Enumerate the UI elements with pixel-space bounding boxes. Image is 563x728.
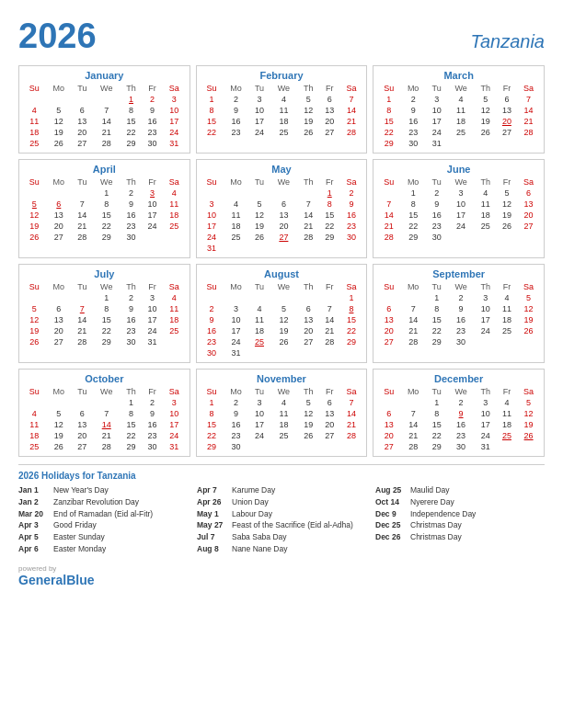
cal-day: 9 — [400, 105, 426, 116]
cal-day: 18 — [223, 221, 248, 232]
cal-day: 8 — [201, 105, 224, 116]
cal-day: 24 — [163, 430, 186, 441]
cal-day — [249, 292, 270, 303]
month-block-october: OctoberSuMoTuWeThFrSa1234567891011121314… — [18, 369, 190, 457]
cal-day: 24 — [201, 232, 224, 243]
cal-day: 5 — [46, 105, 72, 116]
cal-day: 19 — [297, 419, 319, 430]
cal-day: 11 — [163, 199, 186, 210]
cal-day: 29 — [426, 441, 447, 452]
cal-day: 4 — [163, 188, 186, 199]
cal-day: 18 — [447, 116, 475, 127]
page: 2026 Tanzania JanuarySuMoTuWeThFrSa12345… — [0, 0, 563, 600]
cal-day — [319, 292, 340, 303]
cal-day: 28 — [72, 336, 93, 347]
holiday-item: Apr 3Good Friday — [18, 519, 188, 531]
cal-day: 13 — [72, 116, 93, 127]
cal-day: 21 — [517, 116, 540, 127]
holiday-name: Maulid Day — [410, 485, 450, 495]
cal-day — [377, 397, 400, 408]
holiday-date: May 1 — [197, 508, 232, 520]
cal-day: 29 — [319, 232, 340, 243]
month-block-february: FebruarySuMoTuWeThFrSa123456789101112131… — [196, 65, 368, 154]
cal-day: 9 — [223, 408, 248, 419]
cal-day: 13 — [297, 314, 319, 325]
month-block-august: AugustSuMoTuWeThFrSa12345678910111213141… — [196, 264, 368, 363]
cal-day: 29 — [400, 232, 426, 243]
cal-day: 25 — [163, 221, 186, 232]
cal-day: 21 — [93, 430, 121, 441]
cal-day — [163, 232, 186, 243]
cal-day: 6 — [319, 397, 340, 408]
cal-day: 25 — [497, 430, 518, 441]
holiday-column: Jan 1New Year's DayJan 2Zanzibar Revolut… — [18, 484, 188, 555]
cal-day: 12 — [297, 105, 319, 116]
cal-day — [270, 347, 297, 358]
holidays-section: 2026 Holidays for Tanzania Jan 1New Year… — [18, 464, 545, 555]
cal-day: 10 — [426, 105, 447, 116]
cal-day: 20 — [72, 430, 93, 441]
cal-day — [93, 397, 121, 408]
cal-day — [270, 441, 297, 452]
cal-day: 11 — [447, 105, 475, 116]
cal-day: 10 — [475, 408, 497, 419]
month-block-may: MaySuMoTuWeThFrSa12345678910111213141516… — [196, 159, 368, 258]
cal-day: 24 — [475, 325, 497, 336]
cal-day: 12 — [46, 116, 72, 127]
cal-day: 29 — [340, 336, 363, 347]
cal-day — [517, 232, 540, 243]
calendars-grid: JanuarySuMoTuWeThFrSa1234567891011121314… — [18, 65, 545, 457]
cal-day: 14 — [72, 210, 93, 221]
cal-day: 20 — [72, 127, 93, 138]
cal-day: 1 — [426, 397, 447, 408]
holiday-name: Christmas Day — [410, 532, 462, 541]
cal-day: 30 — [223, 441, 248, 452]
cal-day: 7 — [377, 199, 400, 210]
cal-day: 8 — [426, 303, 447, 314]
cal-day — [497, 441, 518, 452]
cal-day: 11 — [497, 408, 518, 419]
cal-day: 1 — [377, 94, 400, 105]
cal-day: 15 — [340, 314, 363, 325]
cal-day: 27 — [497, 127, 518, 138]
cal-day: 14 — [72, 314, 93, 325]
cal-day: 23 — [142, 430, 163, 441]
cal-day — [319, 347, 340, 358]
holiday-date: Jul 7 — [197, 531, 232, 543]
cal-day: 3 — [426, 94, 447, 105]
cal-day: 3 — [447, 188, 475, 199]
cal-day: 3 — [142, 292, 163, 303]
cal-day: 26 — [270, 336, 297, 347]
cal-day — [72, 397, 93, 408]
holiday-name: Independence Day — [410, 509, 476, 518]
holiday-name: Labour Day — [232, 509, 272, 518]
cal-day: 11 — [23, 116, 46, 127]
cal-day: 6 — [297, 303, 319, 314]
cal-day: 30 — [121, 232, 143, 243]
cal-day: 8 — [340, 303, 363, 314]
cal-day: 16 — [223, 419, 248, 430]
holiday-item: Apr 26Union Day — [197, 496, 366, 508]
cal-day: 10 — [142, 199, 163, 210]
cal-day — [297, 347, 319, 358]
cal-day — [319, 243, 340, 254]
holiday-name: Easter Sunday — [53, 532, 105, 541]
cal-day: 8 — [201, 408, 224, 419]
cal-day: 30 — [142, 138, 163, 149]
cal-day: 14 — [377, 210, 400, 221]
cal-day: 10 — [142, 303, 163, 314]
cal-day — [400, 292, 426, 303]
cal-day: 3 — [249, 397, 270, 408]
holidays-grid: Jan 1New Year's DayJan 2Zanzibar Revolut… — [18, 484, 545, 555]
holiday-date: Apr 6 — [18, 543, 53, 555]
holiday-date: Apr 5 — [18, 531, 53, 543]
cal-day: 17 — [249, 419, 270, 430]
cal-day: 8 — [319, 199, 340, 210]
cal-day: 25 — [497, 325, 518, 336]
holiday-name: Feast of the Sacrifice (Eid al-Adha) — [232, 520, 353, 529]
holiday-item: May 1Labour Day — [197, 508, 366, 520]
holiday-item: Jan 2Zanzibar Revolution Day — [18, 496, 188, 508]
cal-day: 12 — [517, 408, 540, 419]
cal-day: 3 — [163, 94, 186, 105]
holiday-date: Apr 26 — [197, 496, 232, 508]
